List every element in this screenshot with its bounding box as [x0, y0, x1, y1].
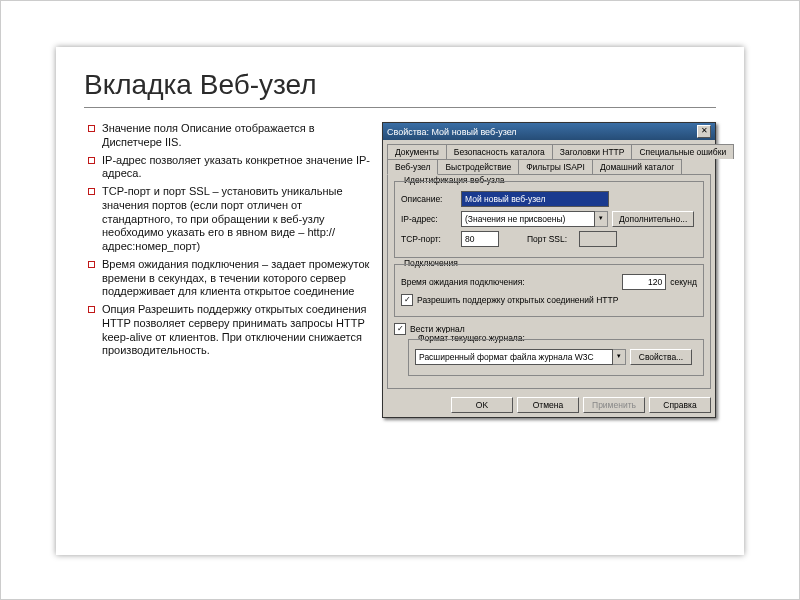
keepalive-checkbox[interactable]: ✓ Разрешить поддержку открытых соединени…	[401, 294, 697, 306]
tab-dir-security[interactable]: Безопасность каталога	[446, 144, 553, 159]
tcp-port-input[interactable]: 80	[461, 231, 499, 247]
tab-panel: Описание: Мой новый веб-узел IP-адрес: (…	[387, 174, 711, 389]
cancel-button[interactable]: Отмена	[517, 397, 579, 413]
group-identification: Описание: Мой новый веб-узел IP-адрес: (…	[394, 181, 704, 258]
dialog-title-text: Свойства: Мой новый веб-узел	[387, 127, 517, 137]
close-icon[interactable]: ✕	[697, 125, 711, 138]
checkbox-icon: ✓	[394, 323, 406, 335]
tab-isapi-filters[interactable]: Фильтры ISAPI	[518, 159, 593, 174]
tab-strip: Документы Безопасность каталога Заголовк…	[383, 140, 715, 174]
log-format-value: Расширенный формат файла журнала W3C	[415, 349, 613, 365]
group-log-format: Расширенный формат файла журнала W3C ▾ С…	[408, 339, 704, 376]
keepalive-label: Разрешить поддержку открытых соединений …	[417, 295, 618, 305]
tab-home-dir[interactable]: Домашний каталог	[592, 159, 682, 174]
ip-dropdown[interactable]: (Значения не присвоены) ▾	[461, 211, 608, 227]
dialog-titlebar: Свойства: Мой новый веб-узел ✕	[383, 123, 715, 140]
chevron-down-icon[interactable]: ▾	[595, 211, 608, 227]
properties-dialog: Свойства: Мой новый веб-узел ✕ Документы…	[382, 122, 716, 418]
bullet-item: Опция Разрешить поддержку открытых соеди…	[102, 303, 372, 358]
advanced-button[interactable]: Дополнительно...	[612, 211, 694, 227]
timeout-label: Время ожидания подключения:	[401, 277, 525, 287]
slide-title: Вкладка Веб-узел	[84, 69, 716, 108]
slide-content: Значение поля Описание отображается в Ди…	[84, 122, 716, 418]
tab-http-headers[interactable]: Заголовки HTTP	[552, 144, 633, 159]
bullet-item: TCP-порт и порт SSL – установить уникаль…	[102, 185, 372, 254]
desc-input[interactable]: Мой новый веб-узел	[461, 191, 609, 207]
tab-website[interactable]: Веб-узел	[387, 159, 438, 175]
group-connections: Время ожидания подключения: 120 секунд ✓…	[394, 264, 704, 317]
ip-value: (Значения не присвоены)	[461, 211, 595, 227]
tab-performance[interactable]: Быстродействие	[437, 159, 519, 174]
ip-label: IP-адрес:	[401, 214, 457, 224]
ssl-label: Порт SSL:	[527, 234, 575, 244]
timeout-input[interactable]: 120	[622, 274, 666, 290]
tab-documents[interactable]: Документы	[387, 144, 447, 159]
desc-label: Описание:	[401, 194, 457, 204]
bullet-item: IP-адрес позволяет указать конкретное зн…	[102, 154, 372, 182]
chevron-down-icon[interactable]: ▾	[613, 349, 626, 365]
tcp-label: TCP-порт:	[401, 234, 457, 244]
slide: Вкладка Веб-узел Значение поля Описание …	[56, 47, 744, 555]
dialog-buttons: OK Отмена Применить Справка	[383, 393, 715, 417]
bullet-list: Значение поля Описание отображается в Ди…	[84, 122, 372, 418]
log-props-button[interactable]: Свойства...	[630, 349, 692, 365]
timeout-unit: секунд	[670, 277, 697, 287]
ssl-port-input[interactable]	[579, 231, 617, 247]
tab-custom-errors[interactable]: Специальные ошибки	[631, 144, 734, 159]
log-format-dropdown[interactable]: Расширенный формат файла журнала W3C ▾	[415, 349, 626, 365]
bullet-item: Время ожидания подключения – задает пром…	[102, 258, 372, 299]
bullet-item: Значение поля Описание отображается в Ди…	[102, 122, 372, 150]
checkbox-icon: ✓	[401, 294, 413, 306]
help-button[interactable]: Справка	[649, 397, 711, 413]
ok-button[interactable]: OK	[451, 397, 513, 413]
apply-button[interactable]: Применить	[583, 397, 645, 413]
